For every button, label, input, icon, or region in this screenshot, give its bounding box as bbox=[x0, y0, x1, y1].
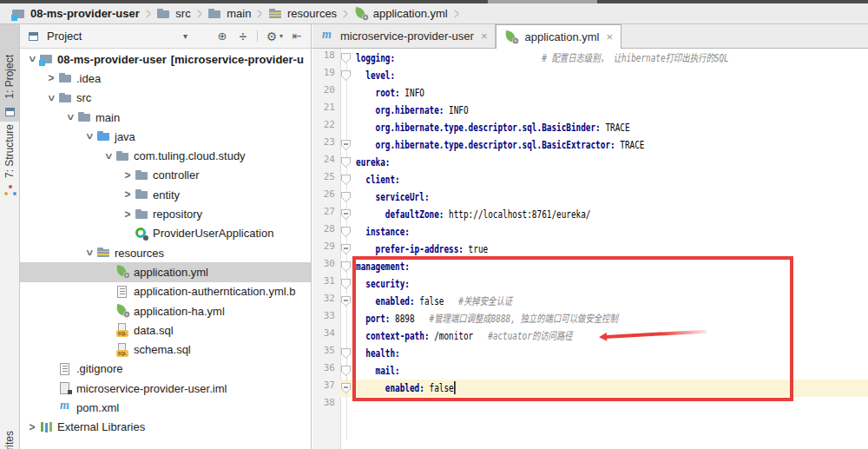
tree-item-controller[interactable]: >controller bbox=[20, 166, 311, 185]
code-line-25[interactable]: client: bbox=[356, 171, 729, 188]
token-key: management: bbox=[356, 261, 410, 273]
breadcrumb-item-src[interactable]: src bbox=[154, 7, 193, 21]
chevron-expanded-icon[interactable]: > bbox=[45, 91, 57, 105]
chevron-expanded-icon[interactable]: > bbox=[83, 129, 95, 143]
chevron-expanded-icon[interactable]: > bbox=[83, 246, 95, 260]
fold-open-icon[interactable] bbox=[341, 175, 351, 185]
code-line-36[interactable]: mail: bbox=[356, 362, 729, 380]
tool-window-tab-project[interactable]: 1: Project bbox=[0, 24, 19, 122]
code-line-20[interactable]: root: INFO bbox=[356, 84, 729, 102]
code-line-29[interactable]: prefer-ip-address: true bbox=[356, 241, 729, 258]
tree-item-schema-sql[interactable]: >schema.sql bbox=[20, 340, 311, 359]
line-number: 22 bbox=[312, 119, 335, 136]
code-line-19[interactable]: level: bbox=[356, 67, 729, 84]
fold-open-icon[interactable] bbox=[341, 227, 351, 237]
chevron-down-icon[interactable]: ▾ bbox=[178, 31, 192, 41]
chevron-expanded-icon[interactable]: > bbox=[64, 110, 76, 124]
chevron-collapsed-icon[interactable]: > bbox=[121, 208, 135, 221]
fold-close-icon[interactable] bbox=[341, 296, 351, 307]
tree-item-pom-xml[interactable]: >pom.xml bbox=[20, 398, 311, 417]
tree-item-external-libraries[interactable]: >External Libraries bbox=[20, 418, 311, 437]
chevron-collapsed-icon[interactable]: > bbox=[121, 188, 135, 201]
code-line-18[interactable]: logging: # 配置日志级别， 让hibernate打印出执行的SQL bbox=[356, 50, 729, 67]
tool-window-tab-structure[interactable]: 7: Structure bbox=[0, 128, 19, 201]
hide-panel-icon[interactable]: ⇤ bbox=[290, 30, 304, 43]
chevron-collapsed-icon[interactable]: > bbox=[44, 72, 58, 84]
close-tab-icon[interactable]: × bbox=[481, 30, 488, 43]
tree-item-label: application-ha.yml bbox=[134, 305, 225, 318]
tree-item-application-ha-yml[interactable]: >application-ha.yml bbox=[20, 301, 311, 320]
code-line-28[interactable]: instance: bbox=[356, 223, 729, 241]
tree-item-repository[interactable]: >repository bbox=[20, 204, 311, 223]
fold-open-icon[interactable] bbox=[341, 192, 351, 202]
tree-item-provideruserapplication[interactable]: >ProviderUserApplication bbox=[20, 224, 311, 243]
fold-slot bbox=[341, 119, 353, 136]
code-line-30[interactable]: management: bbox=[356, 258, 729, 275]
tree-item-label: ProviderUserApplication bbox=[153, 227, 273, 240]
code-line-37[interactable]: enabled: false bbox=[356, 380, 729, 397]
code-content[interactable]: logging: # 配置日志级别， 让hibernate打印出执行的SQL l… bbox=[356, 50, 729, 414]
fold-open-icon[interactable] bbox=[341, 53, 351, 63]
fold-open-icon[interactable] bbox=[341, 261, 351, 272]
tree-item-main[interactable]: >main bbox=[20, 108, 311, 127]
code-line-23[interactable]: org.hibernate.type.descriptor.sql.BasicE… bbox=[356, 136, 729, 154]
locate-file-icon[interactable]: ⊕ bbox=[215, 30, 229, 43]
fold-close-icon[interactable] bbox=[341, 383, 351, 393]
code-line-35[interactable]: health: bbox=[356, 345, 729, 362]
code-line-34[interactable]: context-path: /monitor #actuator的访问路径 bbox=[356, 327, 729, 345]
code-line-26[interactable]: serviceUrl: bbox=[356, 188, 729, 206]
tree-item-application-yml[interactable]: >application.yml bbox=[20, 262, 311, 281]
chevron-collapsed-icon[interactable]: > bbox=[25, 421, 39, 433]
tree-item-microservice-provider-user-iml[interactable]: >microservice-provider-user.iml bbox=[20, 379, 311, 398]
editor-tab-microservice-provider-user[interactable]: microservice-provider-user× bbox=[312, 24, 496, 48]
tree-item-gitignore[interactable]: >.gitignore bbox=[20, 360, 311, 379]
tree-item-08-ms-provider-user[interactable]: >08-ms-provider-user[microservice-provid… bbox=[20, 50, 311, 69]
tree-item-data-sql[interactable]: >data.sql bbox=[20, 320, 311, 340]
fold-open-icon[interactable] bbox=[341, 157, 351, 168]
fold-close-icon[interactable] bbox=[341, 209, 351, 220]
tool-window-tab-favorites[interactable]: 2: Favorites bbox=[0, 431, 19, 449]
fold-slot bbox=[341, 362, 353, 380]
fold-open-icon[interactable] bbox=[341, 348, 351, 359]
editor-tab-application-yml[interactable]: application.yml× bbox=[496, 24, 621, 49]
code-line-32[interactable]: enabled: false #关掉安全认证 bbox=[356, 293, 729, 310]
tree-item-java[interactable]: >java bbox=[20, 127, 311, 146]
line-number: 18 bbox=[312, 50, 335, 67]
tree-item-application-autherntication-yml-b[interactable]: >application-autherntication.yml.b bbox=[20, 282, 311, 301]
breadcrumb-item-main[interactable]: main bbox=[205, 7, 253, 21]
breadcrumb-item-resources[interactable]: resources bbox=[266, 7, 339, 21]
breadcrumb-item-08-ms-provider-user[interactable]: 08-ms-provider-user bbox=[9, 7, 142, 21]
fold-slot bbox=[341, 310, 353, 327]
tree-item-src[interactable]: >src bbox=[20, 89, 311, 108]
fold-open-icon[interactable] bbox=[341, 70, 351, 81]
fold-close-icon[interactable] bbox=[341, 244, 351, 254]
fold-close-icon[interactable] bbox=[341, 140, 351, 150]
fold-open-icon[interactable] bbox=[341, 279, 351, 289]
tree-item-resources[interactable]: >resources bbox=[20, 243, 311, 262]
close-tab-icon[interactable]: × bbox=[606, 30, 613, 43]
chevron-expanded-icon[interactable]: > bbox=[26, 52, 38, 66]
chevron-collapsed-icon[interactable]: > bbox=[121, 169, 135, 182]
folder-icon bbox=[58, 71, 73, 85]
code-line-33[interactable]: port: 8898 #管理端口调整成8888, 独立的端口可以做安全控制 bbox=[356, 310, 729, 327]
collapse-all-icon[interactable]: ÷ bbox=[236, 29, 250, 43]
tree-item-label: pom.xml bbox=[76, 401, 119, 414]
breadcrumb-item-application-yml[interactable]: application.yml bbox=[352, 7, 450, 21]
code-line-31[interactable]: security: bbox=[356, 275, 729, 293]
fold-open-icon[interactable] bbox=[341, 366, 351, 376]
line-number: 35 bbox=[312, 345, 335, 362]
tree-item-entity[interactable]: >entity bbox=[20, 185, 311, 204]
tree-item-sublabel: [microservice-provider-u bbox=[171, 53, 304, 66]
tree-item-com-tuling-cloud-study[interactable]: >com.tuling.cloud.study bbox=[20, 146, 311, 165]
tree-item-idea[interactable]: >.idea bbox=[20, 69, 311, 88]
editor-body[interactable]: 1819202122232425262728293031323334353637… bbox=[312, 49, 868, 449]
code-line-24[interactable]: eureka: bbox=[356, 154, 729, 171]
spring-icon bbox=[115, 304, 130, 318]
token-comment: # 配置日志级别， 让hibernate打印出执行的SQL bbox=[395, 52, 729, 64]
code-line-38[interactable] bbox=[356, 397, 729, 414]
settings-gear-icon[interactable]: ⚙▾ bbox=[265, 30, 283, 43]
code-line-27[interactable]: defaultZone: http://localhost:8761/eurek… bbox=[356, 206, 729, 223]
chevron-expanded-icon[interactable]: > bbox=[102, 149, 115, 163]
code-line-21[interactable]: org.hibernate: INFO bbox=[356, 102, 729, 119]
code-line-22[interactable]: org.hibernate.type.descriptor.sql.BasicB… bbox=[356, 119, 729, 136]
